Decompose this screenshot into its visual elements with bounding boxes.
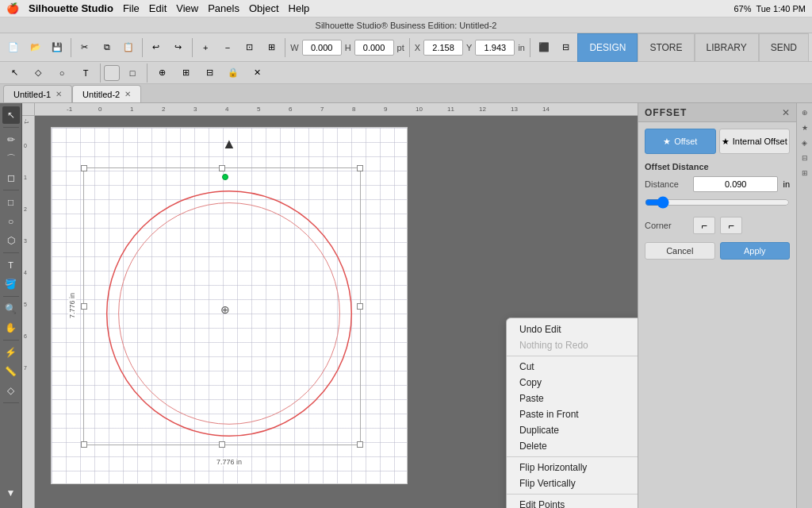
undo-btn[interactable]: ↩: [146, 37, 167, 59]
menu-bar: 🍎 Silhouette Studio File Edit View Panel…: [0, 0, 812, 17]
internal-offset-btn[interactable]: ★ Internal Offset: [719, 129, 791, 154]
sep6: [530, 38, 530, 57]
canvas-area[interactable]: -1 0 1 2 3 4 5 6 7 8 9 10 11 12 13 14 -1…: [22, 103, 638, 508]
distance-slider[interactable]: [645, 197, 790, 208]
tool-point[interactable]: ◇: [2, 382, 20, 399]
cancel-btn[interactable]: Cancel: [645, 242, 715, 260]
grid-btn[interactable]: ⊞: [262, 37, 282, 59]
stroke-btn[interactable]: □: [121, 62, 144, 84]
ctx-copy[interactable]: Copy: [507, 375, 638, 391]
doc-tab-1-close[interactable]: ✕: [56, 90, 62, 98]
menu-object[interactable]: Object: [249, 2, 279, 14]
tab-store[interactable]: STORE: [638, 33, 694, 62]
distance-label: Distance: [645, 179, 688, 189]
tool-text[interactable]: T: [2, 256, 20, 274]
menu-file[interactable]: File: [123, 2, 140, 14]
select-tool[interactable]: ↖: [3, 62, 25, 84]
lock-btn[interactable]: 🔒: [222, 62, 244, 84]
tool-rectangle[interactable]: □: [2, 194, 20, 211]
fill-btn[interactable]: [104, 65, 120, 81]
point-tool[interactable]: ◇: [27, 62, 49, 84]
corner-round-btn[interactable]: ⌐: [693, 217, 715, 234]
menu-edit[interactable]: Edit: [149, 2, 167, 14]
pt-label: pt: [396, 43, 406, 52]
ctx-paste-in-front[interactable]: Paste in Front: [507, 406, 638, 422]
tool-eraser[interactable]: ◻: [2, 169, 20, 187]
menu-view[interactable]: View: [176, 2, 198, 14]
tool-ellipse[interactable]: ○: [2, 213, 20, 230]
zoom-in-btn[interactable]: +: [195, 37, 216, 59]
ctx-paste[interactable]: Paste: [507, 391, 638, 406]
title-bar: Silhouette Studio® Business Edition: Unt…: [0, 17, 812, 33]
far-right-item-5[interactable]: ⊞: [799, 167, 811, 179]
far-right-item-3[interactable]: ◈: [799, 137, 811, 149]
new-btn[interactable]: 📄: [3, 37, 24, 59]
offset-btn-label: Offset: [674, 137, 697, 146]
ungroup-btn[interactable]: ⊟: [198, 62, 220, 84]
doc-tab-2-label: Untitled-2: [82, 90, 120, 99]
doc-tab-1[interactable]: Untitled-1 ✕: [3, 85, 72, 102]
far-right-item-1[interactable]: ⊕: [799, 106, 811, 119]
ctx-edit-points[interactable]: Edit Points: [507, 497, 638, 508]
zoom-out-btn[interactable]: −: [217, 37, 238, 59]
ctx-flip-v[interactable]: Flip Vertically: [507, 475, 638, 491]
far-right-item-2[interactable]: ★: [799, 121, 811, 134]
distribute-btn[interactable]: ⊟: [556, 37, 576, 59]
doc-tab-2-close[interactable]: ✕: [124, 90, 131, 98]
menu-panels[interactable]: Panels: [208, 2, 239, 14]
ctx-undo-edit[interactable]: Undo Edit: [507, 321, 638, 337]
main-area: ↖ ✏ ⌒ ◻ □ ○ ⬡ T 🪣 🔍 ✋ ⚡ 📏 ◇ ▼ -1 0 1 2: [0, 103, 812, 508]
x-input[interactable]: [423, 40, 463, 56]
ctx-delete[interactable]: Delete: [507, 438, 638, 454]
far-right-item-4[interactable]: ⊟: [799, 152, 811, 164]
tab-library[interactable]: LIBRARY: [695, 33, 759, 62]
copy-btn[interactable]: ⧉: [97, 37, 117, 59]
panel-close-btn[interactable]: ✕: [782, 107, 790, 118]
sep8: [147, 64, 147, 83]
doc-tab-2[interactable]: Untitled-2 ✕: [72, 85, 141, 102]
y-input[interactable]: [475, 40, 515, 56]
distance-input[interactable]: [693, 176, 778, 192]
replicate-btn[interactable]: ⊕: [151, 62, 173, 84]
dim-height: 7.776 in: [68, 293, 76, 318]
shape-tool[interactable]: ○: [51, 62, 73, 84]
offset-btn[interactable]: ★ Offset: [645, 129, 716, 154]
save-btn[interactable]: 💾: [47, 37, 67, 59]
tool-bezier[interactable]: ⌒: [2, 150, 20, 167]
ctx-duplicate[interactable]: Duplicate: [507, 422, 638, 438]
apple-logo[interactable]: 🍎: [6, 2, 19, 14]
tool-zoom[interactable]: 🔍: [2, 300, 20, 318]
tab-send[interactable]: SEND: [759, 33, 809, 62]
text-tool[interactable]: T: [75, 62, 97, 84]
tool-fill[interactable]: 🪣: [2, 275, 20, 293]
zoom-fit-btn[interactable]: ⊡: [239, 37, 260, 59]
app-name[interactable]: Silhouette Studio: [29, 2, 113, 14]
redo-btn[interactable]: ↪: [168, 37, 189, 59]
tool-pointer[interactable]: ↖: [2, 106, 20, 124]
delete-btn[interactable]: ✕: [246, 62, 268, 84]
align-btn[interactable]: ⬛: [534, 37, 554, 59]
open-btn[interactable]: 📂: [25, 37, 46, 59]
ctx-flip-h[interactable]: Flip Horizontally: [507, 460, 638, 475]
ctx-cut[interactable]: Cut: [507, 359, 638, 375]
tool-sep5: [3, 340, 19, 341]
tool-polygon[interactable]: ⬡: [2, 232, 20, 249]
group-btn[interactable]: ⊞: [174, 62, 197, 84]
distance-row: Distance in: [645, 176, 790, 192]
tool-expand[interactable]: ▼: [2, 484, 20, 502]
h-input[interactable]: [354, 40, 394, 56]
menu-help[interactable]: Help: [289, 2, 310, 14]
cut-btn[interactable]: ✂: [75, 37, 95, 59]
apply-btn[interactable]: Apply: [720, 242, 791, 260]
tool-knife[interactable]: ⚡: [2, 344, 20, 361]
corner-miter-btn[interactable]: ⌐: [720, 217, 742, 234]
tool-measure[interactable]: 📏: [2, 363, 20, 380]
w-input[interactable]: [302, 40, 342, 56]
paste-btn[interactable]: 📋: [119, 37, 140, 59]
tool-pan[interactable]: ✋: [2, 319, 20, 337]
tool-pencil[interactable]: ✏: [2, 131, 20, 148]
corner-row: Corner ⌐ ⌐: [645, 217, 790, 234]
menu-bar-right: 67% Tue 1:40 PM: [733, 4, 806, 13]
tool-sep3: [3, 252, 19, 253]
tab-design[interactable]: DESIGN: [577, 33, 638, 62]
